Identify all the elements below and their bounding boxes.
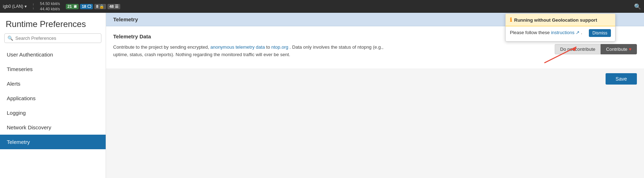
sidebar-item-applications[interactable]: Applications [0, 91, 106, 106]
geo-popup-title: Running without Geolocation support [514, 17, 597, 23]
sidebar-item-alerts[interactable]: Alerts [0, 76, 106, 91]
sidebar-item-timeseries[interactable]: Timeseries [0, 62, 106, 76]
dismiss-button[interactable]: Dismiss [589, 29, 611, 37]
heart-icon: ♥ [629, 47, 632, 52]
geo-popup-header: ℹ Running without Geolocation support [506, 14, 615, 26]
sidebar: Runtime Preferences 🔍 User Authenticatio… [0, 13, 106, 178]
sidebar-item-user-authentication[interactable]: User Authentication [0, 47, 106, 62]
contribute-button[interactable]: Contribute ♥ [601, 44, 637, 54]
search-input[interactable] [15, 36, 98, 41]
dropdown-icon: ▾ [25, 4, 27, 9]
telemetry-description: Contribute to the project by sending enc… [113, 44, 398, 59]
badge-alerts[interactable]: 8 🔒 [94, 4, 106, 9]
warning-icon: ℹ [510, 17, 512, 23]
ntop-link[interactable]: ntop.org [271, 44, 289, 50]
search-icon: 🔍 [7, 36, 13, 41]
save-row: Save [106, 69, 644, 89]
do-not-contribute-button[interactable]: Do not contribute [555, 44, 601, 54]
badge-flows[interactable]: 18 🖵 [80, 4, 93, 9]
sidebar-item-logging[interactable]: Logging [0, 106, 106, 120]
badge-other[interactable]: 48 ☰ [107, 4, 120, 9]
badge-group: 21 🖥 18 🖵 8 🔒 48 ☰ [66, 4, 120, 9]
geo-popup-body: Please follow these instructions ↗ . Dis… [506, 26, 615, 41]
traffic-arrows: ↑ ↓ [32, 3, 34, 10]
geo-popup-text: Please follow these instructions ↗ . [510, 30, 582, 35]
save-button[interactable]: Save [606, 73, 637, 85]
interface-label: igb0 (LAN) [3, 4, 23, 9]
traffic-speeds: 54.50 kbit/s 44.40 kbit/s [40, 1, 60, 12]
badge-hosts[interactable]: 21 🖥 [66, 4, 79, 9]
telemetry-choice-buttons: Do not contribute Contribute ♥ [555, 44, 637, 54]
geo-popup: ℹ Running without Geolocation support Pl… [505, 14, 616, 42]
sidebar-item-telemetry[interactable]: Telemetry [0, 135, 106, 149]
navbar: igb0 (LAN) ▾ ↑ ↓ 54.50 kbit/s 44.40 kbit… [0, 0, 644, 13]
anonymous-telemetry-link[interactable]: anonymous telemetry data [210, 44, 266, 50]
search-box[interactable]: 🔍 [4, 33, 101, 43]
navbar-search-icon[interactable]: 🔍 [634, 3, 641, 10]
page-title: Runtime Preferences [0, 13, 106, 33]
interface-selector[interactable]: igb0 (LAN) ▾ [3, 4, 27, 9]
geo-instructions-link[interactable]: instructions ↗ [551, 30, 581, 35]
sidebar-item-network-discovery[interactable]: Network Discovery [0, 120, 106, 135]
